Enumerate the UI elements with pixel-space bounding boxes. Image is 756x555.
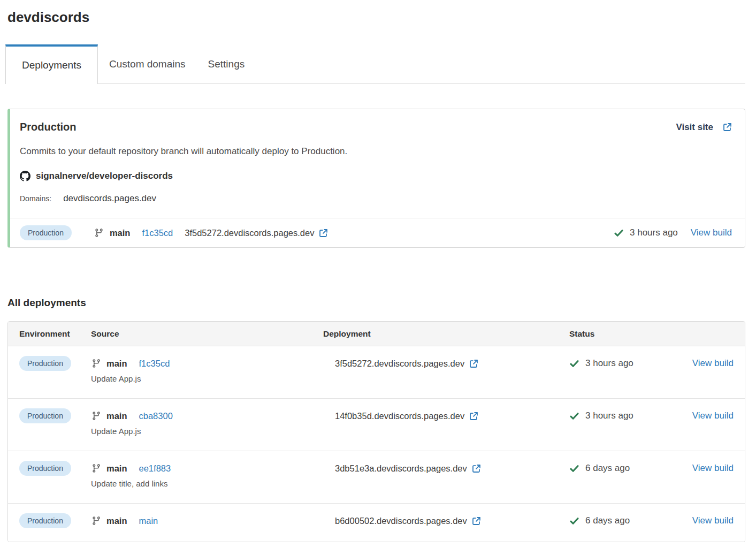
column-header-source: Source (91, 329, 323, 339)
all-deployments-title: All deployments (7, 296, 745, 310)
deployment-url: 14f0b35d.devdiscords.pages.dev (335, 411, 464, 421)
check-icon (569, 516, 579, 526)
view-build-link[interactable]: View build (692, 515, 734, 526)
branch-icon (91, 516, 101, 526)
tab-deployments[interactable]: Deployments (5, 44, 98, 84)
commit-message: Update App.js (91, 373, 323, 385)
production-card-title: Production (20, 121, 77, 133)
github-icon (20, 171, 30, 181)
external-link-icon (464, 412, 478, 421)
status-time: 6 days ago (585, 515, 630, 526)
commit-message: Update App.js (91, 425, 323, 437)
commit-link[interactable]: f1c35cd (139, 359, 170, 369)
production-card-description: Commits to your default repository branc… (20, 146, 732, 157)
deployment-url: b6d00502.devdiscords.pages.dev (335, 516, 467, 526)
status-time: 3 hours ago (630, 227, 678, 238)
branch-name: main (106, 463, 127, 474)
deployment-url-link[interactable]: 3f5d5272.devdiscords.pages.dev (335, 359, 478, 369)
view-build-link[interactable]: View build (692, 358, 734, 368)
visit-site-label: Visit site (676, 122, 713, 133)
repo-name: signalnerve/developer-discords (36, 171, 173, 181)
deployment-url-link[interactable]: 3db51e3a.devdiscords.pages.dev (335, 463, 481, 474)
status-time: 3 hours ago (585, 358, 633, 369)
repo-link[interactable]: signalnerve/developer-discords (20, 171, 732, 181)
table-row: Production main f1c35cd Update App.js 3f… (8, 346, 745, 398)
view-build-link[interactable]: View build (691, 227, 732, 238)
table-header-row: Environment Source Deployment Status (8, 322, 745, 346)
status-time: 6 days ago (585, 463, 630, 474)
column-header-environment: Environment (8, 329, 91, 339)
commit-link[interactable]: f1c35cd (142, 228, 173, 238)
table-row: Production main cba8300 Update App.js 14… (8, 398, 745, 451)
production-card: Production Visit site Commits to your de… (7, 109, 745, 248)
branch-icon (91, 359, 101, 368)
visit-site-icon (718, 123, 732, 132)
tab-settings[interactable]: Settings (197, 44, 256, 83)
commit-message: Update title, add links (91, 478, 323, 490)
pages-project-page: devdiscords Deployments Custom domains S… (0, 0, 756, 542)
deployment-url: 3f5d5272.devdiscords.pages.dev (335, 359, 464, 369)
branch-name: main (106, 359, 127, 369)
commit-link[interactable]: cba8300 (139, 411, 173, 421)
view-build-link[interactable]: View build (692, 463, 734, 473)
branch-icon (91, 463, 101, 473)
check-icon (569, 359, 579, 369)
environment-badge: Production (19, 408, 71, 423)
table-row: Production main main b6d00502.devdiscord… (8, 503, 745, 542)
column-header-deployment: Deployment (323, 329, 569, 339)
commit-link[interactable]: main (139, 516, 158, 526)
external-link-icon (467, 516, 481, 526)
deployment-url: 3f5d5272.devdiscords.pages.dev (185, 228, 314, 238)
commit-link[interactable]: ee1f883 (139, 463, 171, 474)
view-build-link[interactable]: View build (692, 410, 734, 421)
page-title: devdiscords (7, 7, 745, 27)
check-icon (569, 463, 579, 474)
branch-icon (91, 411, 101, 421)
branch-name: main (110, 228, 131, 238)
check-icon (569, 411, 579, 421)
branch-name: main (106, 516, 127, 526)
branch-name: main (106, 411, 127, 421)
check-icon (614, 228, 624, 238)
environment-badge: Production (19, 513, 71, 528)
column-header-status: Status (569, 329, 684, 339)
table-row: Production main ee1f883 Update title, ad… (8, 451, 745, 503)
status-time: 3 hours ago (585, 410, 633, 421)
external-link-icon (314, 229, 328, 238)
deployment-url-link[interactable]: 14f0b35d.devdiscords.pages.dev (335, 411, 478, 421)
production-deployment-row: Production main f1c35cd 3f5d5272.devdisc… (10, 218, 745, 247)
environment-badge: Production (19, 356, 71, 371)
table-body: Production main f1c35cd Update App.js 3f… (8, 346, 745, 542)
external-link-icon (464, 359, 478, 368)
deployments-table: Environment Source Deployment Status Pro… (7, 321, 745, 542)
visit-site-link[interactable]: Visit site (676, 122, 732, 133)
deployment-url: 3db51e3a.devdiscords.pages.dev (335, 463, 467, 474)
deployment-url-link[interactable]: b6d00502.devdiscords.pages.dev (335, 516, 481, 526)
environment-badge: Production (19, 461, 71, 476)
external-link-icon (467, 464, 481, 473)
environment-badge: Production (20, 225, 72, 240)
tab-bar: Deployments Custom domains Settings (5, 44, 745, 84)
deployment-url-link[interactable]: 3f5d5272.devdiscords.pages.dev (185, 228, 328, 238)
domains-value: devdiscords.pages.dev (63, 193, 156, 204)
branch-icon (94, 228, 104, 238)
domains-label: Domains: (20, 194, 51, 203)
tab-custom-domains[interactable]: Custom domains (98, 44, 197, 83)
